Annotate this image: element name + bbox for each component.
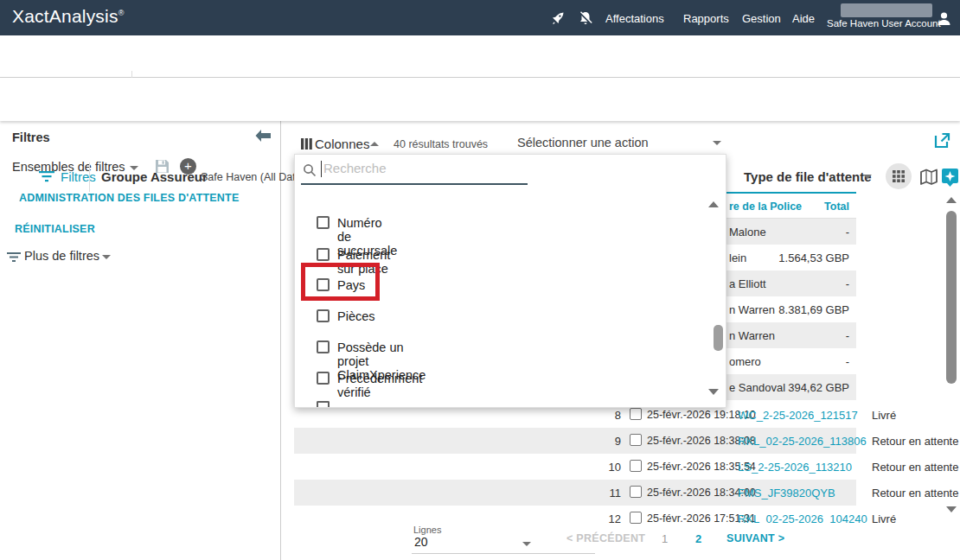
rocket-icon[interactable] <box>550 10 566 26</box>
row-number: 10 <box>595 461 621 474</box>
chevron-up-icon <box>370 142 379 146</box>
annotation-highlight-pays <box>301 263 380 301</box>
columns-button[interactable]: Colonnes <box>315 137 369 151</box>
map-view-button[interactable] <box>919 169 938 186</box>
claim-ref-link[interactable]: RKL_02-25-2026_104240 <box>738 512 867 525</box>
scrollbar-thumb[interactable] <box>946 211 957 384</box>
redacted-account-name <box>841 3 932 17</box>
rows-select-underline <box>412 553 595 554</box>
reset-filters-link[interactable]: RÉINITIALISER <box>15 223 95 235</box>
row-checkbox[interactable] <box>630 512 642 524</box>
action-select[interactable]: Sélectionner une action <box>517 136 649 150</box>
column-header-total[interactable]: Total <box>726 200 849 213</box>
text-cursor <box>321 161 322 177</box>
dropdown-scrollbar-thumb[interactable] <box>714 325 723 351</box>
status-cell: Livré <box>872 512 896 525</box>
chevron-down-icon[interactable] <box>102 255 111 259</box>
total-cell: - <box>726 226 849 239</box>
grid-view-button[interactable] <box>886 163 912 189</box>
claim-ref-link[interactable]: FMS_JF39820QYB <box>738 487 835 500</box>
row-number: 8 <box>595 409 621 422</box>
checkbox[interactable] <box>317 340 330 353</box>
more-filters-icon <box>7 252 21 263</box>
total-cell: - <box>726 329 849 342</box>
option-label: Précédemment vérifié <box>337 372 422 399</box>
results-count: 40 résultats trouvés <box>394 138 488 150</box>
more-filters-toggle[interactable]: Plus de filtres <box>24 249 99 263</box>
claim-search-bar: Référence du sinistre Récemment étudiées… <box>0 35 960 78</box>
rows-per-page-label: Lignes <box>413 525 441 535</box>
checkbox[interactable] <box>317 248 330 261</box>
app-logo: XactAnalysis® <box>12 6 124 27</box>
row-checkbox[interactable] <box>630 434 642 446</box>
row-number: 12 <box>595 512 621 525</box>
nav-item-aide[interactable]: Aide <box>792 12 815 25</box>
total-cell: - <box>726 355 849 368</box>
open-in-new-icon[interactable] <box>934 132 950 149</box>
table-row[interactable]: 9 25-févr.-2026 18:38:08 RKL_02-25-2026_… <box>294 428 856 454</box>
nav-item-rapports[interactable]: Rapports <box>683 12 729 25</box>
row-checkbox[interactable] <box>630 486 642 498</box>
total-cell: 8.381,69 GBP <box>726 303 849 316</box>
account-label[interactable]: Safe Haven User Account <box>827 18 941 29</box>
rows-per-page-select[interactable]: 20 <box>414 535 428 549</box>
dropdown-scroll-down-icon[interactable] <box>708 389 719 395</box>
user-account-icon[interactable] <box>935 10 953 28</box>
search-icon <box>303 163 317 177</box>
total-cell: 1.564,53 GBP <box>726 251 849 264</box>
row-number: 9 <box>595 435 621 448</box>
queue-admin-link[interactable]: ADMINISTRATION DES FILES D'ATTENTE <box>19 192 239 204</box>
row-checkbox[interactable] <box>630 460 642 472</box>
table-row[interactable]: 10 25-févr.-2026 18:35:54 LS_2-25-2026_1… <box>294 454 856 480</box>
table-row[interactable]: 11 25-févr.-2026 18:34:00 FMS_JF39820QYB… <box>294 480 856 506</box>
previous-page-button[interactable]: < PRÉCÉDENT <box>566 532 645 544</box>
pagination-bar: Lignes 20 < PRÉCÉDENT 1 2 SUIVANT > <box>282 525 960 560</box>
notifications-muted-icon[interactable] <box>578 10 593 26</box>
page-number-2[interactable]: 2 <box>695 532 701 545</box>
scroll-down-icon[interactable] <box>946 506 957 512</box>
assignment-pin-button[interactable] <box>941 168 959 188</box>
status-cell: Retour en attente <box>872 435 958 448</box>
checkbox[interactable] <box>317 309 330 322</box>
columns-search-underline <box>301 183 528 185</box>
filter-icon <box>39 171 54 182</box>
claim-ref-link[interactable]: LS_2-25-2026_113210 <box>738 461 852 474</box>
filter-bar: Filtres Groupe Assureur Safe Haven (All … <box>0 78 960 121</box>
registered-mark: ® <box>118 9 125 17</box>
row-checkbox[interactable] <box>630 408 642 420</box>
filtres-button[interactable]: Filtres <box>61 169 96 184</box>
top-nav-bar: XactAnalysis® Affectations Rapports Gest… <box>0 0 960 35</box>
partial-checkbox[interactable] <box>317 401 330 407</box>
filters-sidebar: Filtres Ensembles de filtres + ADMINISTR… <box>0 121 281 560</box>
chevron-down-icon[interactable] <box>863 175 872 179</box>
checkbox[interactable] <box>317 372 330 385</box>
filter-queue-type-label[interactable]: Type de file d'attente <box>744 169 871 184</box>
collapse-sidebar-arrow-icon[interactable] <box>254 129 272 143</box>
scroll-up-icon[interactable] <box>946 197 957 203</box>
next-page-button[interactable]: SUIVANT > <box>726 532 784 544</box>
row-number: 11 <box>595 487 621 500</box>
claim-ref-link[interactable]: RKL_02-25-2026_113806 <box>738 435 867 448</box>
chevron-down-icon[interactable] <box>522 542 531 546</box>
checkbox[interactable] <box>317 216 330 229</box>
status-cell: Livré <box>872 409 896 422</box>
filter-group-assureur-label: Groupe Assureur <box>101 169 208 184</box>
nav-item-affectations[interactable]: Affectations <box>605 12 664 25</box>
divider <box>89 162 90 192</box>
total-cell: 394,62 GBP <box>726 381 849 394</box>
dropdown-scroll-up-icon[interactable] <box>708 201 719 207</box>
total-cell: - <box>726 277 849 290</box>
claim-ref-link[interactable]: WC_2-25-2026_121517 <box>738 409 858 422</box>
status-cell: Retour en attente <box>872 461 958 474</box>
nav-item-gestion[interactable]: Gestion <box>742 12 781 25</box>
status-cell: Retour en attente <box>872 487 958 500</box>
option-label: Pièces <box>337 309 375 323</box>
chevron-down-icon[interactable] <box>713 141 721 145</box>
page-number-1[interactable]: 1 <box>662 532 668 545</box>
columns-icon <box>301 138 312 150</box>
columns-search-input[interactable] <box>323 161 514 175</box>
sidebar-title: Filtres <box>12 130 50 144</box>
